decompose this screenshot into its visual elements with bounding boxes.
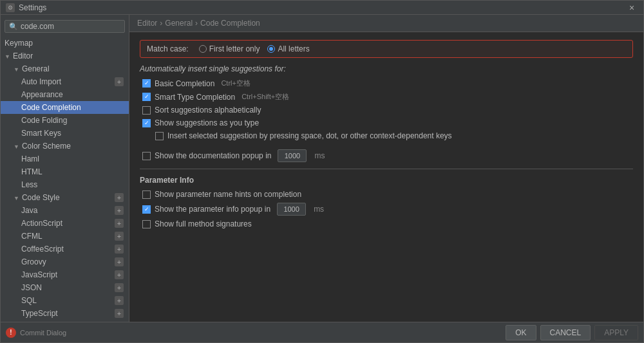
smart-type-shortcut: Ctrl+Shift+空格 — [242, 92, 289, 102]
breadcrumb-code-completion[interactable]: Code Completion — [200, 19, 260, 28]
checkbox-basic-completion[interactable]: Basic Completion Ctrl+空格 — [140, 79, 633, 88]
smart-type-label: Smart Type Completion — [155, 93, 235, 102]
bottom-bar: ! Commit Dialog OK CANCEL APPLY — [1, 322, 643, 342]
error-icon: ! — [6, 328, 16, 338]
divider — [140, 169, 633, 169]
checkbox-param-name-hints-box[interactable] — [142, 190, 151, 199]
checkbox-show-as-you-type-box[interactable] — [142, 119, 151, 127]
checkbox-insert-by-space[interactable]: Insert selected suggestion by pressing s… — [140, 131, 633, 140]
match-case-label: Match case: — [147, 44, 189, 53]
breadcrumb-sep2: › — [195, 19, 198, 28]
add-icon[interactable]: + — [115, 193, 124, 202]
add-icon[interactable]: + — [115, 283, 124, 292]
sidebar-item-general[interactable]: ▼General — [1, 62, 129, 75]
checkbox-sort-alpha[interactable]: Sort suggestions alphabetically — [140, 106, 633, 115]
sidebar-item-haml[interactable]: Haml — [1, 153, 129, 165]
checkbox-smart-type-completion[interactable]: Smart Type Completion Ctrl+Shift+空格 — [140, 92, 633, 102]
sidebar-item-groovy[interactable]: Groovy + — [1, 255, 129, 268]
chevron-down-icon: ▼ — [14, 144, 19, 150]
param-info-popup-input-wrapper[interactable] — [277, 203, 306, 216]
checkbox-sort-alpha-box[interactable] — [142, 106, 151, 115]
add-icon[interactable]: + — [115, 245, 124, 254]
sidebar-item-code-style[interactable]: ▼Code Style + — [1, 191, 129, 204]
checkbox-full-method-sig-box[interactable] — [142, 220, 151, 228]
sidebar-item-editor[interactable]: ▼Editor — [1, 50, 129, 62]
checkbox-param-name-hints[interactable]: Show parameter name hints on completion — [140, 190, 633, 199]
main-panel: Editor › General › Code Completion Match… — [129, 15, 643, 322]
app-icon: ⚙ — [6, 3, 15, 12]
sidebar-item-typescript[interactable]: TypeScript + — [1, 307, 129, 320]
sidebar-item-auto-import[interactable]: Auto Import + — [1, 75, 129, 88]
radio-first-letter[interactable]: First letter only — [199, 44, 260, 53]
checkbox-basic-completion-box[interactable] — [142, 79, 151, 88]
sidebar-item-sql[interactable]: SQL + — [1, 294, 129, 307]
sidebar-item-appearance[interactable]: Appearance — [1, 88, 129, 101]
sidebar-item-java[interactable]: Java + — [1, 204, 129, 217]
panel-body: Match case: First letter only All letter… — [129, 32, 643, 240]
param-name-hints-label: Show parameter name hints on completion — [155, 190, 301, 199]
add-icon[interactable]: + — [115, 232, 124, 241]
breadcrumb: Editor › General › Code Completion — [129, 15, 643, 32]
checkbox-show-as-you-type[interactable]: Show suggestions as you type — [140, 118, 633, 127]
checkbox-smart-type-box[interactable] — [142, 93, 151, 101]
sidebar-item-keymap[interactable]: Keymap — [1, 37, 129, 50]
doc-popup-label-before: Show the documentation popup in — [155, 151, 271, 160]
sort-alpha-label: Sort suggestions alphabetically — [155, 106, 261, 115]
sidebar-item-code-completion[interactable]: Code Completion — [1, 101, 129, 114]
add-icon[interactable]: + — [115, 219, 124, 228]
sidebar-item-actionscript[interactable]: ActionScript + — [1, 217, 129, 230]
add-icon[interactable]: + — [115, 270, 124, 279]
doc-popup-input-wrapper[interactable] — [278, 149, 307, 162]
sidebar-item-color-scheme[interactable]: ▼Color Scheme — [1, 140, 129, 153]
breadcrumb-general[interactable]: General — [165, 19, 193, 28]
sidebar-item-cfml[interactable]: CFML + — [1, 230, 129, 243]
full-method-sig-label: Show full method signatures — [155, 219, 252, 228]
settings-window: ⚙ Settings × 🔍 Keymap ▼Editor ▼General — [0, 0, 644, 343]
radio-all-letters[interactable]: All letters — [267, 44, 309, 53]
checkbox-insert-by-space-box[interactable] — [155, 132, 164, 140]
basic-completion-label: Basic Completion — [155, 79, 214, 88]
radio-circle-fl — [199, 45, 207, 53]
match-case-row: Match case: First letter only All letter… — [140, 40, 633, 58]
chevron-down-icon: ▼ — [5, 53, 10, 60]
sidebar-item-html[interactable]: HTML — [1, 165, 129, 178]
ok-button[interactable]: OK — [506, 325, 536, 340]
add-icon[interactable]: + — [115, 257, 124, 266]
chevron-down-icon: ▼ — [14, 195, 19, 201]
doc-popup-checkbox[interactable] — [142, 152, 151, 160]
commit-dialog-label: ! Commit Dialog — [6, 328, 506, 338]
cancel-button[interactable]: CANCEL — [540, 325, 591, 340]
sidebar-item-code-folding[interactable]: Code Folding — [1, 114, 129, 127]
close-button[interactable]: × — [625, 1, 638, 14]
search-icon: 🔍 — [9, 23, 18, 31]
sidebar-item-json[interactable]: JSON + — [1, 281, 129, 294]
add-icon[interactable]: + — [115, 206, 124, 215]
doc-popup-ms: ms — [314, 151, 325, 160]
doc-popup-row: Show the documentation popup in ms — [140, 149, 633, 162]
sidebar: 🔍 Keymap ▼Editor ▼General Auto Import + — [1, 15, 129, 322]
auto-insert-label: Automatically insert single suggestions … — [140, 64, 633, 73]
breadcrumb-sep1: › — [160, 19, 162, 28]
sidebar-item-less[interactable]: Less — [1, 178, 129, 191]
search-input[interactable] — [21, 22, 120, 31]
param-info-popup-ms: ms — [314, 205, 324, 214]
sidebar-item-smart-keys[interactable]: Smart Keys — [1, 127, 129, 140]
checkbox-full-method-sig[interactable]: Show full method signatures — [140, 219, 633, 228]
sidebar-item-coffeescript[interactable]: CoffeeScript + — [1, 243, 129, 255]
add-icon[interactable]: + — [115, 309, 124, 318]
window-title: Settings — [19, 3, 46, 12]
radio-circle-al — [267, 45, 275, 53]
add-icon[interactable]: + — [115, 77, 124, 86]
sidebar-item-javascript[interactable]: JavaScript + — [1, 268, 129, 281]
doc-popup-input[interactable] — [281, 152, 303, 160]
search-box[interactable]: 🔍 — [5, 20, 125, 33]
show-as-you-type-label: Show suggestions as you type — [155, 118, 259, 127]
chevron-down-icon: ▼ — [14, 66, 19, 73]
param-info-popup-label: Show the parameter info popup in — [155, 205, 270, 214]
breadcrumb-editor[interactable]: Editor — [137, 19, 157, 28]
checkbox-param-info-popup-box[interactable] — [142, 205, 151, 214]
add-icon[interactable]: + — [115, 296, 124, 305]
insert-by-space-label: Insert selected suggestion by pressing s… — [167, 131, 452, 140]
btn-group: OK CANCEL APPLY — [506, 325, 638, 340]
param-info-popup-input[interactable] — [280, 205, 303, 213]
